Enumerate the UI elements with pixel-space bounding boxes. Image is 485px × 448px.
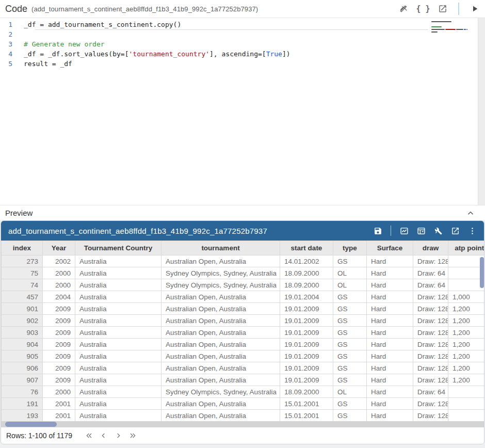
collapse-preview-button[interactable] [464, 207, 477, 219]
minimap-segment [456, 29, 463, 30]
table-cell [448, 398, 484, 410]
table-cell: 2009 [43, 362, 75, 374]
minimap-line [431, 24, 470, 25]
column-header-tournament-country[interactable]: Tournament Country [75, 241, 161, 255]
table-cell: GS [333, 291, 367, 303]
horizontal-scroll-thumb[interactable] [5, 422, 57, 427]
open-external-icon[interactable] [450, 226, 460, 235]
code-line[interactable]: 3# Generate new order [0, 39, 485, 49]
code-line[interactable]: 1_df = add_tournament_s_continent.copy() [0, 20, 485, 29]
chevron-up-icon [466, 209, 475, 218]
column-header-surface[interactable]: Surface [367, 241, 413, 255]
line-number: 4 [0, 49, 24, 59]
table-cell: Hard [367, 303, 413, 315]
table-footer: Rows: 1-100 of 1179 [1, 427, 484, 444]
code-toolbar: { } [398, 3, 480, 15]
table-cell: 193 [2, 410, 43, 422]
table-cell: 273 [2, 255, 43, 267]
code-cell-id: (add_tournament_s_continent_aeb8ffdd_f1b… [31, 5, 258, 13]
code-token: 'tournament_country' [129, 49, 210, 59]
pivot-table-icon[interactable] [416, 226, 426, 235]
save-icon[interactable] [373, 226, 382, 235]
table-cell [448, 255, 484, 267]
open-external-icon[interactable] [438, 4, 448, 14]
table-cell: 191 [2, 398, 43, 410]
magic-wand-icon[interactable] [398, 4, 409, 14]
table-cell: OL [333, 386, 367, 398]
kebab-menu-icon[interactable] [467, 226, 477, 235]
table-cell: 18.09.2000 [280, 267, 333, 279]
table-cell: Draw: 128 [413, 398, 448, 410]
table-row: 9022009AustraliaAustralian Open, Austral… [2, 315, 484, 327]
editor-scrollbar[interactable] [478, 18, 485, 205]
code-braces-icon[interactable]: { } [418, 4, 428, 14]
code-editor[interactable]: 1_df = add_tournament_s_continent.copy()… [0, 18, 485, 205]
table-cell [448, 386, 484, 398]
table-cell: Hard [367, 362, 413, 374]
table-cell: 1,200 [448, 303, 484, 315]
code-line[interactable]: 5result = _df [0, 59, 485, 69]
preview-label: Preview [5, 209, 33, 217]
minimap-segment [431, 29, 445, 30]
table-cell: Sydney Olympics, Sydney, Australia [161, 386, 280, 398]
table-cell: 74 [2, 279, 43, 291]
table-row: 752000AustraliaSydney Olympics, Sydney, … [2, 267, 484, 279]
table-cell: Australian Open, Australia [161, 350, 280, 362]
table-cell: Draw: 64 [413, 267, 448, 279]
code-line[interactable]: 4_df = _df.sort_values(by=['tournament_c… [0, 49, 485, 59]
code-token: _df = _df.sort_values(by=[ [24, 49, 129, 59]
run-cell-icon[interactable] [470, 4, 480, 14]
table-cell: Draw: 128 [413, 350, 448, 362]
code-line[interactable]: 2 [0, 29, 485, 39]
next-page-button[interactable] [112, 430, 124, 441]
table-cell: Australian Open, Australia [161, 374, 280, 386]
table-row: 9062009AustraliaAustralian Open, Austral… [2, 362, 484, 374]
table-cell: Australian Open, Australia [161, 255, 280, 267]
table-cell: 2004 [43, 291, 75, 303]
table-row: 762000AustraliaSydney Olympics, Sydney, … [2, 386, 484, 398]
first-page-button[interactable] [84, 430, 95, 441]
table-cell: 75 [2, 267, 43, 279]
table-vertical-scrollbar[interactable] [480, 257, 484, 288]
table-cell: 15.01.2001 [280, 398, 333, 410]
code-lines: 1_df = add_tournament_s_continent.copy()… [0, 20, 485, 69]
table-cell: Australian Open, Australia [161, 327, 280, 339]
last-page-button[interactable] [127, 430, 138, 441]
table-cell: Australian Open, Australia [161, 339, 280, 350]
table-horizontal-scrollbar[interactable] [1, 421, 484, 427]
table-cell: Sydney Olympics, Sydney, Australia [161, 267, 280, 279]
table-cell [448, 410, 484, 422]
table-cell: 19.01.2009 [280, 303, 333, 315]
code-token: _df = add_tournament_s_continent.copy() [24, 20, 181, 29]
table-cell: GS [333, 327, 367, 339]
column-header-index[interactable]: index [2, 241, 43, 255]
column-header-type[interactable]: type [333, 241, 367, 255]
table-cell: 19.01.2004 [280, 291, 333, 303]
table-cell: Draw: 128 [413, 374, 448, 386]
chart-icon[interactable] [399, 226, 409, 235]
table-cell: Australia [75, 339, 161, 350]
table-cell: GS [333, 374, 367, 386]
data-table: indexYearTournament Countrytournamentsta… [1, 241, 484, 421]
tools-icon[interactable] [433, 226, 443, 235]
column-header-atp-points[interactable]: atp points [448, 241, 484, 255]
table-cell: 2009 [43, 315, 75, 327]
table-cell: 901 [2, 303, 43, 315]
table-cell: Australia [75, 362, 161, 374]
table-cell: Australia [75, 398, 161, 410]
table-cell: Australian Open, Australia [161, 362, 280, 374]
editor-minimap[interactable] [431, 21, 470, 34]
table-cell: Hard [367, 327, 413, 339]
column-header-start-date[interactable]: start date [280, 241, 333, 255]
column-header-year[interactable]: Year [43, 241, 75, 255]
table-cell: OL [333, 267, 367, 279]
prev-page-button[interactable] [98, 430, 109, 441]
column-header-draw[interactable]: draw [413, 241, 448, 255]
table-row: 1932001AustraliaAustralian Open, Austral… [2, 410, 484, 422]
table-cell: Hard [367, 255, 413, 267]
column-header-tournament[interactable]: tournament [161, 241, 280, 255]
table-cell: 1,200 [448, 350, 484, 362]
table-cell: GS [333, 350, 367, 362]
table-cell: 19.01.2009 [280, 362, 333, 374]
table-cell: Australia [75, 267, 161, 279]
